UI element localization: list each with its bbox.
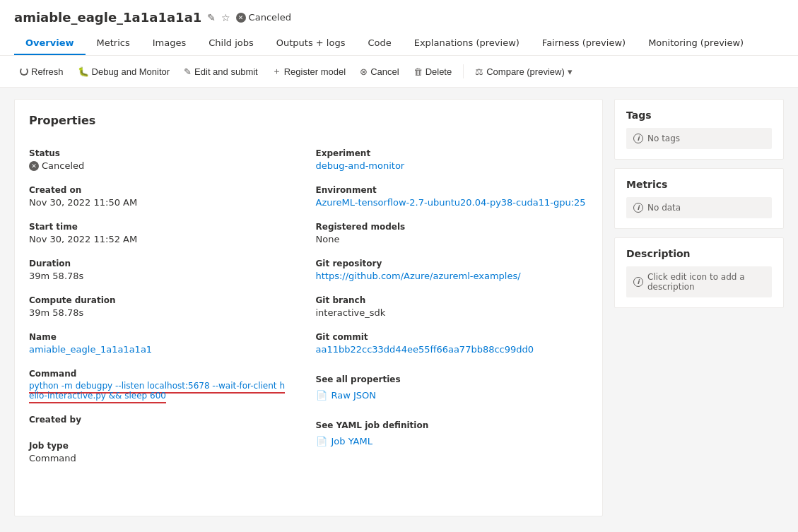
right-panel: Tags i No tags Metrics i No data Descrip… [614, 99, 784, 516]
status-value-text: Canceled [42, 160, 84, 171]
debug-label: Debug and Monitor [92, 66, 170, 77]
prop-value-git-repo[interactable]: https://github.com/Azure/azureml-example… [316, 271, 589, 281]
tags-card: Tags i No tags [614, 99, 784, 160]
metrics-title: Metrics [626, 179, 772, 190]
prop-git-branch: Git branch interactive_sdk [316, 288, 589, 325]
tab-overview[interactable]: Overview [14, 32, 86, 55]
main-content: Properties Status ✕ Canceled Created on … [0, 88, 798, 528]
tags-empty-text: No tags [647, 134, 680, 143]
prop-value-command: python -m debugpy --listen localhost:567… [29, 381, 288, 401]
job-yaml-link[interactable]: 📄 Job YAML [316, 436, 589, 447]
tags-title: Tags [626, 110, 772, 121]
tab-code[interactable]: Code [356, 32, 402, 55]
run-title: amiable_eagle_1a1a1a1a1 ✎ ☆ ✕ Canceled [14, 10, 784, 25]
prop-value-compute-duration: 39m 58.78s [29, 307, 288, 318]
toolbar-divider [463, 64, 464, 78]
prop-label-compute-duration: Compute duration [29, 295, 288, 305]
prop-value-registered-models: None [316, 234, 589, 244]
metrics-empty: i No data [626, 197, 772, 218]
info-icon-description: i [633, 277, 643, 287]
yaml-file-icon: 📄 [316, 436, 327, 447]
see-all-properties: See all properties 📄 Raw JSON [316, 367, 589, 408]
tab-fairness[interactable]: Fairness (preview) [531, 32, 637, 55]
prop-value-start-time: Nov 30, 2022 11:52 AM [29, 234, 288, 244]
prop-value-job-type: Command [29, 453, 288, 463]
tab-bar: Overview Metrics Images Child jobs Outpu… [14, 32, 784, 55]
tab-monitoring[interactable]: Monitoring (preview) [637, 32, 755, 55]
compare-label: Compare (preview) [486, 66, 565, 77]
description-empty: i Click edit icon to add a description [626, 266, 772, 297]
file-icon: 📄 [316, 390, 327, 401]
status-val-icon: ✕ [29, 161, 39, 171]
edit-icon[interactable]: ✎ [207, 12, 216, 23]
delete-button[interactable]: 🗑 Delete [408, 63, 458, 81]
prop-label-command: Command [29, 369, 288, 379]
refresh-button[interactable]: Refresh [14, 63, 69, 81]
star-icon[interactable]: ☆ [221, 12, 230, 23]
prop-compute-duration: Compute duration 39m 58.78s [29, 288, 288, 325]
prop-start-time: Start time Nov 30, 2022 11:52 AM [29, 215, 288, 252]
description-card: Description i Click edit icon to add a d… [614, 237, 784, 308]
chevron-down-icon: ▾ [568, 66, 573, 77]
prop-label-created-by: Created by [29, 415, 288, 425]
compare-button[interactable]: ⚖ Compare (preview) ▾ [469, 63, 578, 81]
tab-images[interactable]: Images [141, 32, 198, 55]
prop-value-name[interactable]: amiable_eagle_1a1a1a1a1 [29, 344, 288, 355]
tab-outputs-logs[interactable]: Outputs + logs [265, 32, 357, 55]
prop-name: Name amiable_eagle_1a1a1a1a1 [29, 325, 288, 362]
prop-label-duration: Duration [29, 259, 288, 268]
prop-value-experiment[interactable]: debug-and-monitor [316, 160, 589, 171]
prop-job-type: Job type Command [29, 434, 288, 471]
prop-label-environment: Environment [316, 185, 589, 195]
right-column: Experiment debug-and-monitor Environment… [309, 141, 589, 471]
properties-title: Properties [29, 114, 588, 127]
metrics-card: Metrics i No data [614, 168, 784, 229]
raw-json-link[interactable]: 📄 Raw JSON [316, 390, 589, 401]
edit-label: Edit and submit [194, 66, 258, 77]
prop-label-see-all: See all properties [316, 374, 589, 384]
toolbar: Refresh 🐛 Debug and Monitor ✎ Edit and s… [0, 56, 798, 88]
prop-label-git-branch: Git branch [316, 295, 589, 305]
status-text: Canceled [249, 12, 291, 23]
prop-label-status: Status [29, 148, 288, 158]
prop-value-git-branch: interactive_sdk [316, 307, 589, 318]
cancel-icon: ⊗ [360, 66, 368, 77]
delete-icon: 🗑 [413, 66, 423, 77]
prop-git-commit: Git commit aa11bb22cc33dd44ee55ff66aa77b… [316, 325, 589, 362]
refresh-label: Refresh [31, 66, 64, 77]
properties-panel: Properties Status ✕ Canceled Created on … [14, 99, 603, 516]
tab-metrics[interactable]: Metrics [86, 32, 141, 55]
prop-environment: Environment AzureML-tensorflow-2.7-ubunt… [316, 178, 589, 215]
info-icon-tags: i [633, 134, 643, 143]
edit-submit-icon: ✎ [184, 66, 192, 77]
prop-command: Command python -m debugpy --listen local… [29, 362, 288, 408]
tab-explanations[interactable]: Explanations (preview) [403, 32, 531, 55]
refresh-icon [20, 67, 28, 76]
metrics-empty-text: No data [647, 203, 681, 213]
prop-value-environment[interactable]: AzureML-tensorflow-2.7-ubuntu20.04-py38-… [316, 197, 589, 208]
tags-empty: i No tags [626, 128, 772, 149]
compare-icon: ⚖ [475, 66, 483, 77]
prop-label-experiment: Experiment [316, 148, 589, 158]
job-yaml-label: Job YAML [331, 436, 372, 447]
cancel-button[interactable]: ⊗ Cancel [354, 63, 404, 81]
info-icon-metrics: i [633, 203, 643, 213]
prop-git-repo: Git repository https://github.com/Azure/… [316, 252, 589, 288]
left-column: Status ✕ Canceled Created on Nov 30, 202… [29, 141, 309, 471]
debug-icon: 🐛 [78, 66, 89, 77]
prop-label-registered-models: Registered models [316, 222, 589, 232]
status-icon: ✕ [236, 13, 246, 23]
prop-label-git-repo: Git repository [316, 259, 589, 268]
debug-monitor-button[interactable]: 🐛 Debug and Monitor [72, 63, 176, 81]
prop-label-see-yaml: See YAML job definition [316, 420, 589, 430]
tab-child-jobs[interactable]: Child jobs [197, 32, 265, 55]
prop-value-git-commit[interactable]: aa11bb22cc33dd44ee55ff66aa77bb88cc99dd0 [316, 344, 589, 355]
edit-submit-button[interactable]: ✎ Edit and submit [178, 63, 264, 81]
prop-value-created-on: Nov 30, 2022 11:50 AM [29, 197, 288, 208]
prop-label-git-commit: Git commit [316, 332, 589, 342]
delete-label: Delete [426, 66, 452, 77]
prop-value-duration: 39m 58.78s [29, 271, 288, 281]
register-model-button[interactable]: ＋ Register model [266, 61, 351, 81]
prop-created-by: Created by [29, 408, 288, 434]
description-empty-text: Click edit icon to add a description [647, 272, 765, 292]
